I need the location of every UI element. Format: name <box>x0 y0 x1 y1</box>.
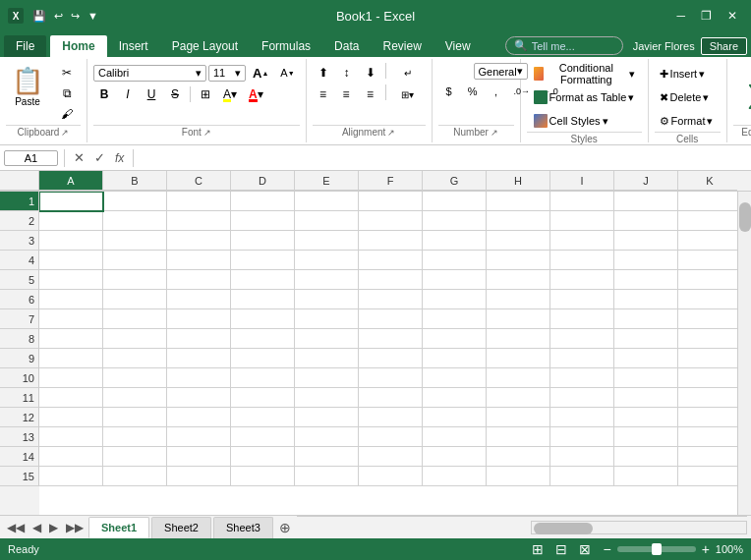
cell-E1[interactable] <box>295 192 359 211</box>
cell-H7[interactable] <box>487 309 550 329</box>
cell-H12[interactable] <box>487 408 550 427</box>
col-header-C[interactable]: C <box>167 171 231 191</box>
italic-button[interactable]: I <box>117 84 139 104</box>
redo-button[interactable]: ↪ <box>68 8 83 25</box>
number-expand-icon[interactable]: ↗ <box>491 128 498 138</box>
cell-G2[interactable] <box>423 211 487 231</box>
cut-button[interactable]: ✂ <box>53 63 81 83</box>
cell-E10[interactable] <box>295 368 359 388</box>
col-header-H[interactable]: H <box>487 171 550 191</box>
row-number-10[interactable]: 10 <box>0 368 39 388</box>
col-header-J[interactable]: J <box>614 171 678 191</box>
font-color-button[interactable]: A. ▾ <box>244 84 268 104</box>
tab-home[interactable]: Home <box>50 35 106 57</box>
cell-F7[interactable] <box>359 309 423 329</box>
cell-F8[interactable] <box>359 329 423 349</box>
cell-D8[interactable] <box>231 329 295 349</box>
cell-A8[interactable] <box>39 329 103 349</box>
cell-F15[interactable] <box>359 467 423 486</box>
wrap-text-button[interactable]: ↵ <box>390 63 426 83</box>
tab-insert[interactable]: Insert <box>107 35 160 57</box>
cell-F4[interactable] <box>359 251 423 270</box>
cell-I2[interactable] <box>550 211 614 231</box>
cell-K8[interactable] <box>678 329 737 349</box>
cell-D15[interactable] <box>231 467 295 486</box>
col-header-D[interactable]: D <box>231 171 295 191</box>
percent-button[interactable]: % <box>462 82 484 101</box>
cell-E13[interactable] <box>295 427 359 447</box>
cell-F9[interactable] <box>359 349 423 368</box>
cell-C3[interactable] <box>167 231 231 251</box>
tab-view[interactable]: View <box>433 35 483 57</box>
cell-E8[interactable] <box>295 329 359 349</box>
grid[interactable] <box>39 192 737 515</box>
cell-I14[interactable] <box>550 447 614 467</box>
cell-K7[interactable] <box>678 309 737 329</box>
undo-button[interactable]: ↩ <box>51 8 66 25</box>
grow-font-button[interactable]: A▲ <box>248 63 273 83</box>
align-left-button[interactable]: ≡ <box>313 84 334 104</box>
align-top-button[interactable]: ⬆ <box>313 63 334 83</box>
cell-J6[interactable] <box>614 290 678 309</box>
scroll-thumb-horizontal[interactable] <box>534 523 593 534</box>
cell-A15[interactable] <box>39 467 103 486</box>
cell-H9[interactable] <box>487 349 550 368</box>
sheet-nav-next-button[interactable]: ▶ <box>46 521 61 534</box>
cell-C11[interactable] <box>167 388 231 408</box>
cell-F1[interactable] <box>359 192 423 211</box>
cell-B11[interactable] <box>103 388 167 408</box>
cell-I12[interactable] <box>550 408 614 427</box>
sheet-tab-sheet2[interactable]: Sheet2 <box>151 517 211 538</box>
editing-icon-button[interactable]: ∑ <box>737 75 751 114</box>
cell-A14[interactable] <box>39 447 103 467</box>
align-middle-button[interactable]: ↕ <box>336 63 358 83</box>
cell-C6[interactable] <box>167 290 231 309</box>
cell-F2[interactable] <box>359 211 423 231</box>
cell-reference-box[interactable]: A1 <box>4 150 58 166</box>
tell-me-input[interactable]: 🔍 Tell me... <box>505 36 623 55</box>
cell-K4[interactable] <box>678 251 737 270</box>
cell-B12[interactable] <box>103 408 167 427</box>
cell-J4[interactable] <box>614 251 678 270</box>
cell-G12[interactable] <box>423 408 487 427</box>
cell-K5[interactable] <box>678 270 737 290</box>
cell-C13[interactable] <box>167 427 231 447</box>
cell-K1[interactable] <box>678 192 737 211</box>
page-break-view-button[interactable]: ⊠ <box>577 541 593 557</box>
cell-K10[interactable] <box>678 368 737 388</box>
cell-K9[interactable] <box>678 349 737 368</box>
cell-C14[interactable] <box>167 447 231 467</box>
cell-C5[interactable] <box>167 270 231 290</box>
minimize-button[interactable]: ─ <box>670 7 691 25</box>
customize-qat-button[interactable]: ▼ <box>85 8 101 24</box>
font-size-input[interactable]: 11 ▾ <box>208 65 246 82</box>
cell-B10[interactable] <box>103 368 167 388</box>
cell-G8[interactable] <box>423 329 487 349</box>
sheet-nav-last-button[interactable]: ▶▶ <box>63 521 87 534</box>
cell-C4[interactable] <box>167 251 231 270</box>
row-number-4[interactable]: 4 <box>0 251 39 270</box>
cell-G1[interactable] <box>423 192 487 211</box>
tab-data[interactable]: Data <box>322 35 371 57</box>
add-sheet-button[interactable]: ⊕ <box>275 520 295 535</box>
cell-H14[interactable] <box>487 447 550 467</box>
align-right-button[interactable]: ≡ <box>360 84 381 104</box>
col-header-F[interactable]: F <box>359 171 423 191</box>
format-painter-button[interactable]: 🖌 <box>53 104 81 124</box>
clipboard-expand-icon[interactable]: ↗ <box>61 128 69 138</box>
cell-J14[interactable] <box>614 447 678 467</box>
cell-J13[interactable] <box>614 427 678 447</box>
row-number-13[interactable]: 13 <box>0 427 39 447</box>
cell-I8[interactable] <box>550 329 614 349</box>
cell-B14[interactable] <box>103 447 167 467</box>
cell-C15[interactable] <box>167 467 231 486</box>
cell-D14[interactable] <box>231 447 295 467</box>
cell-A2[interactable] <box>39 211 103 231</box>
cell-G4[interactable] <box>423 251 487 270</box>
cell-E4[interactable] <box>295 251 359 270</box>
row-number-15[interactable]: 15 <box>0 467 39 486</box>
vertical-scrollbar[interactable] <box>737 192 751 515</box>
cell-J8[interactable] <box>614 329 678 349</box>
row-number-11[interactable]: 11 <box>0 388 39 408</box>
cell-G10[interactable] <box>423 368 487 388</box>
